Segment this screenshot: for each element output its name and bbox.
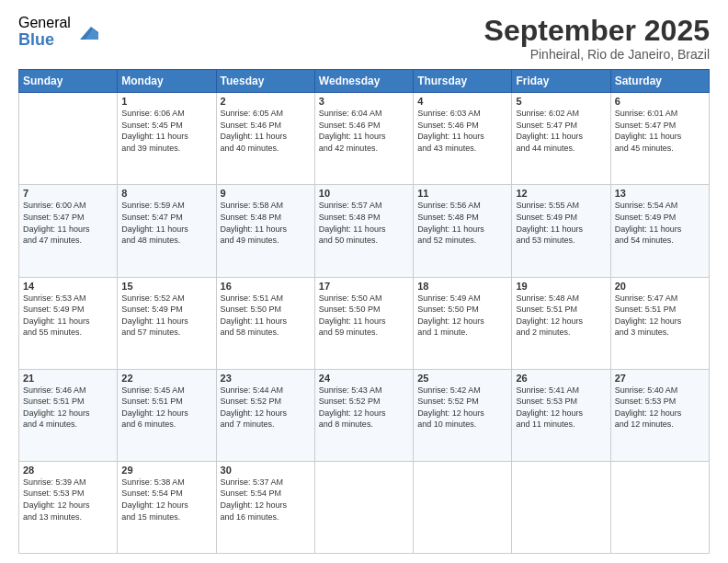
col-header-saturday: Saturday [610,70,709,93]
logo-icon [73,19,98,45]
day-info: Sunrise: 6:00 AMSunset: 5:47 PMDaylight:… [23,200,113,246]
calendar-cell [314,461,413,553]
logo-blue: Blue [18,31,71,50]
day-number: 19 [516,281,606,292]
calendar-cell: 19Sunrise: 5:48 AMSunset: 5:51 PMDayligh… [512,277,610,369]
calendar-cell: 26Sunrise: 5:41 AMSunset: 5:53 PMDayligh… [512,369,610,461]
calendar-cell: 4Sunrise: 6:03 AMSunset: 5:46 PMDaylight… [414,93,512,185]
day-number: 30 [221,465,311,476]
day-info: Sunrise: 6:03 AMSunset: 5:46 PMDaylight:… [417,108,507,154]
day-number: 4 [417,96,507,107]
day-number: 2 [221,96,311,107]
day-info: Sunrise: 5:57 AMSunset: 5:48 PMDaylight:… [319,200,409,246]
day-info: Sunrise: 6:06 AMSunset: 5:45 PMDaylight:… [121,108,211,154]
calendar-cell: 8Sunrise: 5:59 AMSunset: 5:47 PMDaylight… [118,185,216,277]
day-info: Sunrise: 5:59 AMSunset: 5:47 PMDaylight:… [121,200,211,246]
calendar-cell: 18Sunrise: 5:49 AMSunset: 5:50 PMDayligh… [414,277,512,369]
day-info: Sunrise: 5:51 AMSunset: 5:50 PMDaylight:… [221,293,311,339]
calendar-week-1: 7Sunrise: 6:00 AMSunset: 5:47 PMDaylight… [19,185,710,277]
day-info: Sunrise: 5:49 AMSunset: 5:50 PMDaylight:… [417,293,507,339]
day-number: 23 [221,373,311,384]
calendar-cell: 13Sunrise: 5:54 AMSunset: 5:49 PMDayligh… [610,185,709,277]
day-number: 17 [319,281,409,292]
day-number: 11 [417,188,507,199]
calendar-cell [19,93,118,185]
location: Pinheiral, Rio de Janeiro, Brazil [484,47,710,62]
calendar-table: SundayMondayTuesdayWednesdayThursdayFrid… [18,69,710,554]
calendar-cell: 3Sunrise: 6:04 AMSunset: 5:46 PMDaylight… [314,93,413,185]
day-number: 9 [221,188,311,199]
calendar-cell: 12Sunrise: 5:55 AMSunset: 5:49 PMDayligh… [512,185,610,277]
calendar-cell: 11Sunrise: 5:56 AMSunset: 5:48 PMDayligh… [414,185,512,277]
day-number: 25 [417,373,507,384]
calendar-week-2: 14Sunrise: 5:53 AMSunset: 5:49 PMDayligh… [19,277,710,369]
calendar-cell: 22Sunrise: 5:45 AMSunset: 5:51 PMDayligh… [118,369,216,461]
day-number: 24 [319,373,409,384]
day-number: 22 [121,373,211,384]
day-number: 21 [23,373,113,384]
day-number: 14 [23,281,113,292]
day-number: 20 [615,281,705,292]
logo-text: General Blue [18,15,71,49]
calendar-cell: 1Sunrise: 6:06 AMSunset: 5:45 PMDaylight… [118,93,216,185]
calendar-cell: 15Sunrise: 5:52 AMSunset: 5:49 PMDayligh… [118,277,216,369]
day-info: Sunrise: 5:53 AMSunset: 5:49 PMDaylight:… [23,293,113,339]
day-info: Sunrise: 6:01 AMSunset: 5:47 PMDaylight:… [615,108,705,154]
day-number: 13 [615,188,705,199]
day-info: Sunrise: 5:41 AMSunset: 5:53 PMDaylight:… [516,385,606,431]
title-block: September 2025 Pinheiral, Rio de Janeiro… [484,15,710,62]
day-info: Sunrise: 5:55 AMSunset: 5:49 PMDaylight:… [516,200,606,246]
day-info: Sunrise: 5:40 AMSunset: 5:53 PMDaylight:… [615,385,705,431]
day-number: 6 [615,96,705,107]
calendar-cell [414,461,512,553]
day-info: Sunrise: 5:48 AMSunset: 5:51 PMDaylight:… [516,293,606,339]
calendar-cell: 20Sunrise: 5:47 AMSunset: 5:51 PMDayligh… [610,277,709,369]
day-info: Sunrise: 6:02 AMSunset: 5:47 PMDaylight:… [516,108,606,154]
day-info: Sunrise: 6:05 AMSunset: 5:46 PMDaylight:… [221,108,311,154]
day-info: Sunrise: 5:52 AMSunset: 5:49 PMDaylight:… [121,293,211,339]
day-number: 28 [23,465,113,476]
calendar-cell: 9Sunrise: 5:58 AMSunset: 5:48 PMDaylight… [216,185,314,277]
calendar-cell: 2Sunrise: 6:05 AMSunset: 5:46 PMDaylight… [216,93,314,185]
logo: General Blue [18,15,98,49]
calendar-cell: 29Sunrise: 5:38 AMSunset: 5:54 PMDayligh… [118,461,216,553]
day-number: 29 [121,465,211,476]
calendar-cell: 27Sunrise: 5:40 AMSunset: 5:53 PMDayligh… [610,369,709,461]
day-number: 7 [23,188,113,199]
day-info: Sunrise: 5:39 AMSunset: 5:53 PMDaylight:… [23,477,113,523]
calendar-cell: 23Sunrise: 5:44 AMSunset: 5:52 PMDayligh… [216,369,314,461]
day-number: 26 [516,373,606,384]
day-info: Sunrise: 5:54 AMSunset: 5:49 PMDaylight:… [615,200,705,246]
calendar-cell: 21Sunrise: 5:46 AMSunset: 5:51 PMDayligh… [19,369,118,461]
calendar-header-row: SundayMondayTuesdayWednesdayThursdayFrid… [19,70,710,93]
day-info: Sunrise: 6:04 AMSunset: 5:46 PMDaylight:… [319,108,409,154]
col-header-wednesday: Wednesday [314,70,413,93]
day-info: Sunrise: 5:37 AMSunset: 5:54 PMDaylight:… [221,477,311,523]
day-number: 8 [121,188,211,199]
day-number: 3 [319,96,409,107]
day-number: 12 [516,188,606,199]
day-number: 10 [319,188,409,199]
calendar-cell: 10Sunrise: 5:57 AMSunset: 5:48 PMDayligh… [314,185,413,277]
calendar-week-0: 1Sunrise: 6:06 AMSunset: 5:45 PMDaylight… [19,93,710,185]
calendar-cell: 6Sunrise: 6:01 AMSunset: 5:47 PMDaylight… [610,93,709,185]
col-header-sunday: Sunday [19,70,118,93]
day-info: Sunrise: 5:50 AMSunset: 5:50 PMDaylight:… [319,293,409,339]
day-number: 15 [121,281,211,292]
day-info: Sunrise: 5:38 AMSunset: 5:54 PMDaylight:… [121,477,211,523]
calendar-cell [610,461,709,553]
calendar-cell: 5Sunrise: 6:02 AMSunset: 5:47 PMDaylight… [512,93,610,185]
day-number: 18 [417,281,507,292]
col-header-thursday: Thursday [414,70,512,93]
day-info: Sunrise: 5:56 AMSunset: 5:48 PMDaylight:… [417,200,507,246]
day-info: Sunrise: 5:46 AMSunset: 5:51 PMDaylight:… [23,385,113,431]
day-number: 16 [221,281,311,292]
day-info: Sunrise: 5:43 AMSunset: 5:52 PMDaylight:… [319,385,409,431]
col-header-friday: Friday [512,70,610,93]
logo-general: General [18,15,71,31]
page: General Blue September 2025 Pinheiral, R… [0,0,728,563]
calendar-cell: 14Sunrise: 5:53 AMSunset: 5:49 PMDayligh… [19,277,118,369]
calendar-cell: 7Sunrise: 6:00 AMSunset: 5:47 PMDaylight… [19,185,118,277]
day-info: Sunrise: 5:47 AMSunset: 5:51 PMDaylight:… [615,293,705,339]
calendar-cell: 16Sunrise: 5:51 AMSunset: 5:50 PMDayligh… [216,277,314,369]
